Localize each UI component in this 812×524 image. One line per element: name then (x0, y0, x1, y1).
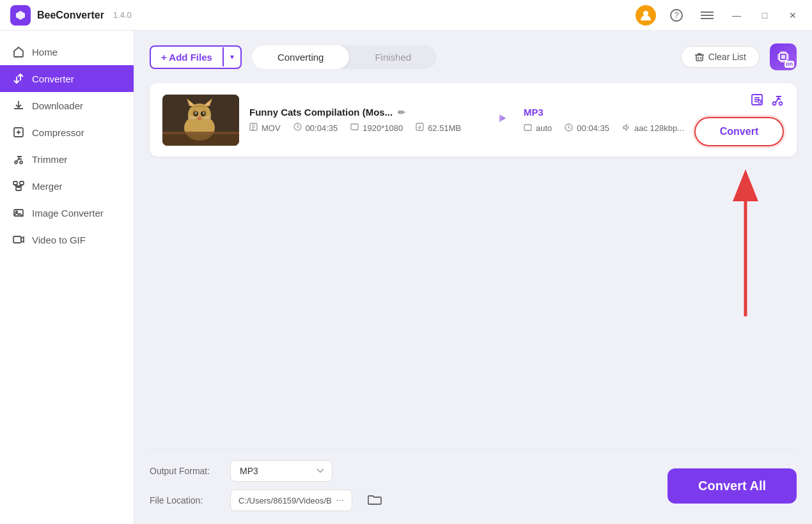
help-icon[interactable]: ? (666, 5, 687, 26)
sidebar-label-home: Home (32, 47, 58, 58)
compressor-icon (13, 127, 24, 138)
svg-point-34 (188, 104, 211, 127)
sidebar-label-image-converter: Image Converter (32, 208, 104, 219)
file-info: Funny Cats Compilation (Mos... ✏ MOV (249, 107, 467, 133)
video-to-gif-icon (13, 234, 24, 245)
location-more-button[interactable]: ··· (336, 495, 344, 506)
trash-icon (694, 52, 705, 62)
output-format-select[interactable]: MP3 MP4 AVI MOV AAC WAV FLAC (230, 460, 332, 482)
output-format-text[interactable]: MP3 (524, 107, 543, 118)
converter-icon (13, 73, 24, 84)
tab-converting[interactable]: Converting (252, 45, 350, 69)
sidebar-label-merger: Merger (32, 181, 63, 192)
svg-point-43 (198, 116, 201, 118)
clear-list-label: Clear List (708, 52, 746, 62)
image-converter-icon (13, 207, 24, 219)
bottom-bar: Output Format: MP3 MP4 AVI MOV AAC WAV F… (150, 449, 797, 511)
sidebar-label-downloader: Downloader (32, 100, 83, 111)
output-clock-icon (565, 123, 573, 134)
add-files-main-button[interactable]: + Add Files (151, 47, 223, 68)
output-audio-item: aac 128kbp... (622, 123, 684, 134)
svg-point-9 (20, 161, 22, 164)
svg-rect-10 (13, 181, 17, 185)
minimize-button[interactable]: — (728, 6, 746, 24)
sidebar-item-downloader[interactable]: Downloader (0, 92, 134, 119)
file-location-text: C:/Users/86159/Videos/B (238, 496, 332, 505)
cut-icon[interactable] (771, 93, 784, 109)
app-title: BeeConverter (37, 10, 104, 21)
svg-rect-51 (162, 132, 239, 134)
sidebar-item-video-to-gif[interactable]: Video to GIF (0, 226, 134, 253)
sidebar-item-converter[interactable]: Converter (0, 65, 134, 92)
svg-rect-12 (16, 187, 21, 190)
resolution-icon (350, 123, 359, 133)
svg-rect-11 (20, 181, 24, 185)
output-resolution-icon (524, 123, 532, 134)
main-layout: Home Converter Downloader Compressor Tri… (0, 31, 812, 524)
output-info: MP3 auto 00:04:35 (524, 107, 684, 134)
output-resolution: auto (536, 123, 552, 133)
title-bar: BeeConverter 1.4.0 ? — □ ✕ (0, 0, 812, 31)
source-size-item: 62.51MB (416, 123, 461, 133)
profile-icon[interactable] (636, 5, 656, 26)
output-meta: auto 00:04:35 aac 128kbp... (524, 123, 684, 134)
source-duration: 00:04:35 (306, 123, 338, 133)
sidebar-label-video-to-gif: Video to GIF (32, 235, 86, 245)
output-duration-item: 00:04:35 (565, 123, 609, 134)
hardware-acceleration-button[interactable]: on (770, 43, 797, 70)
tab-group: Converting Finished (252, 45, 437, 69)
output-resolution-item: auto (524, 123, 552, 134)
sidebar-label-compressor: Compressor (32, 127, 84, 138)
size-icon (416, 123, 424, 133)
sidebar-item-image-converter[interactable]: Image Converter (0, 199, 134, 226)
sidebar-item-compressor[interactable]: Compressor (0, 119, 134, 146)
sidebar-item-merger[interactable]: Merger (0, 173, 134, 199)
sidebar-item-trimmer[interactable]: Trimmer (0, 146, 134, 173)
top-bar: + Add Files ▾ Converting Finished Clear … (150, 43, 797, 70)
maximize-button[interactable]: □ (756, 6, 774, 24)
menu-icon[interactable] (697, 5, 717, 26)
file-location-field: C:/Users/86159/Videos/B ··· (230, 489, 352, 511)
trimmer-icon (13, 153, 24, 165)
sidebar-label-trimmer: Trimmer (32, 154, 67, 165)
add-files-dropdown-button[interactable]: ▾ (223, 47, 240, 66)
sidebar-label-converter: Converter (32, 73, 74, 84)
app-logo (10, 5, 31, 26)
content-area: + Add Files ▾ Converting Finished Clear … (134, 31, 812, 524)
file-name-text: Funny Cats Compilation (Mos... (249, 107, 393, 118)
format-icon (249, 123, 258, 133)
svg-rect-61 (524, 125, 531, 130)
file-location-row: File Location: C:/Users/86159/Videos/B ·… (150, 489, 382, 511)
svg-rect-18 (781, 55, 785, 59)
edit-settings-icon[interactable] (751, 93, 763, 109)
merger-icon (13, 180, 24, 192)
convert-button[interactable]: Convert (694, 117, 784, 146)
svg-marker-60 (499, 114, 506, 122)
clear-list-button[interactable]: Clear List (681, 46, 760, 68)
output-format-label: Output Format: (150, 466, 220, 476)
app-version: 1.4.0 (113, 10, 132, 20)
tab-finished[interactable]: Finished (349, 45, 437, 69)
file-thumbnail (162, 95, 239, 146)
downloader-icon (13, 100, 24, 111)
card-icon-row (751, 93, 784, 109)
audio-icon (622, 123, 630, 134)
bottom-left: Output Format: MP3 MP4 AVI MOV AAC WAV F… (150, 460, 382, 511)
source-meta: MOV 00:04:35 1920*1080 (249, 123, 467, 133)
title-bar-left: BeeConverter 1.4.0 (10, 5, 132, 26)
red-arrow-annotation (701, 163, 790, 329)
close-button[interactable]: ✕ (784, 6, 802, 24)
source-duration-item: 00:04:35 (293, 123, 338, 133)
hw-badge: on (785, 61, 794, 68)
svg-point-8 (15, 161, 17, 164)
svg-rect-16 (696, 55, 703, 61)
output-audio: aac 128kbp... (634, 123, 684, 133)
card-actions: Convert (694, 93, 784, 146)
edit-icon[interactable]: ✏ (398, 107, 405, 118)
browse-folder-button[interactable] (368, 493, 382, 508)
convert-all-button[interactable]: Convert All (668, 468, 797, 504)
output-format-row: Output Format: MP3 MP4 AVI MOV AAC WAV F… (150, 460, 382, 482)
sidebar-item-home[interactable]: Home (0, 38, 134, 65)
file-card: Funny Cats Compilation (Mos... ✏ MOV (150, 83, 797, 157)
output-duration: 00:04:35 (577, 123, 609, 133)
